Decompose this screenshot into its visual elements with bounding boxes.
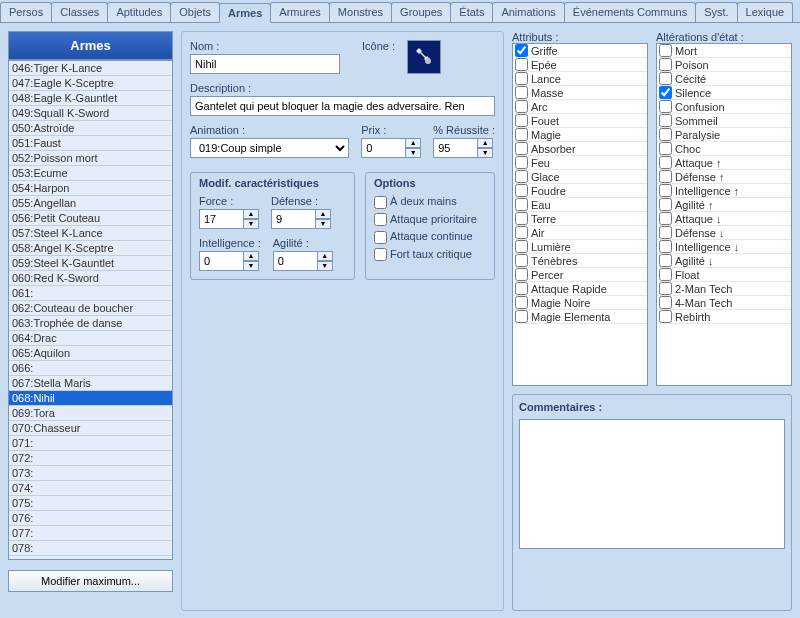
list-item[interactable]: Percer [513,268,647,282]
weapon-list[interactable]: 046:Tiger K-Lance047:Eagle K-Sceptre048:… [8,60,173,560]
spin-up[interactable]: ▲ [477,138,493,148]
list-item[interactable]: Feu [513,156,647,170]
list-item[interactable]: Lance [513,72,647,86]
modify-max-button[interactable]: Modifier maximum... [8,570,173,592]
intelligence-input[interactable] [199,251,243,271]
weapon-item[interactable]: 047:Eagle K-Sceptre [9,76,172,91]
list-item[interactable]: 2-Man Tech [657,282,791,296]
list-item[interactable]: Float [657,268,791,282]
force-input[interactable] [199,209,243,229]
tab-animations[interactable]: Animations [492,2,564,22]
weapon-item[interactable]: 072: [9,451,172,466]
list-item[interactable]: Glace [513,170,647,184]
weapon-item[interactable]: 058:Angel K-Sceptre [9,241,172,256]
weapon-item[interactable]: 071: [9,436,172,451]
list-item[interactable]: Air [513,226,647,240]
comments-textarea[interactable] [519,419,785,549]
list-item[interactable]: Intelligence ↓ [657,240,791,254]
weapon-item[interactable]: 054:Harpon [9,181,172,196]
list-item[interactable]: Masse [513,86,647,100]
weapon-item[interactable]: 050:Astroïde [9,121,172,136]
tab-événements communs[interactable]: Événements Communs [564,2,696,22]
list-item[interactable]: Terre [513,212,647,226]
description-input[interactable] [190,96,495,116]
weapon-item[interactable]: 049:Squall K-Sword [9,106,172,121]
weapon-item[interactable]: 066: [9,361,172,376]
list-item[interactable]: Choc [657,142,791,156]
spin-up[interactable]: ▲ [243,209,259,219]
weapon-icon[interactable] [407,40,441,74]
spin-up[interactable]: ▲ [315,209,331,219]
weapon-item[interactable]: 078: [9,541,172,556]
opt-crit[interactable]: Fort taux critique [374,248,486,262]
list-item[interactable]: Défense ↑ [657,170,791,184]
tab-lexique[interactable]: Lexique [737,2,794,22]
tab-monstres[interactable]: Monstres [329,2,392,22]
weapon-item[interactable]: 062:Couteau de boucher [9,301,172,316]
tab-aptitudes[interactable]: Aptitudes [107,2,171,22]
weapon-item[interactable]: 074: [9,481,172,496]
weapon-item[interactable]: 077: [9,526,172,541]
list-item[interactable]: Mort [657,44,791,58]
weapon-item[interactable]: 065:Aquilon [9,346,172,361]
weapon-item[interactable]: 056:Petit Couteau [9,211,172,226]
list-item[interactable]: Intelligence ↑ [657,184,791,198]
weapon-item[interactable]: 070:Chasseur [9,421,172,436]
weapon-item[interactable]: 069:Tora [9,406,172,421]
alterations-list[interactable]: MortPoisonCécitéSilenceConfusionSommeilP… [656,43,792,386]
list-item[interactable]: Attaque ↑ [657,156,791,170]
tab-armes[interactable]: Armes [219,3,271,23]
weapon-item[interactable]: 057:Steel K-Lance [9,226,172,241]
defense-input[interactable] [271,209,315,229]
list-item[interactable]: Magie Noire [513,296,647,310]
list-item[interactable]: Agilité ↓ [657,254,791,268]
tab-états[interactable]: États [450,2,493,22]
list-item[interactable]: Défense ↓ [657,226,791,240]
spin-up[interactable]: ▲ [317,251,333,261]
tab-syst.[interactable]: Syst. [695,2,737,22]
weapon-item[interactable]: 067:Stella Maris [9,376,172,391]
opt-atq-cont[interactable]: Attaque continue [374,230,486,244]
weapon-item[interactable]: 076: [9,511,172,526]
tab-groupes[interactable]: Groupes [391,2,451,22]
list-item[interactable]: Foudre [513,184,647,198]
list-item[interactable]: Absorber [513,142,647,156]
animation-select[interactable]: 019:Coup simple [190,138,349,158]
opt-atq-prio[interactable]: Attaque prioritaire [374,213,486,227]
list-item[interactable]: Cécité [657,72,791,86]
tab-persos[interactable]: Persos [0,2,52,22]
list-item[interactable]: Magie Elementa [513,310,647,324]
list-item[interactable]: Lumière [513,240,647,254]
weapon-item[interactable]: 052:Poisson mort [9,151,172,166]
list-item[interactable]: Agilité ↑ [657,198,791,212]
attributs-list[interactable]: GriffeEpéeLanceMasseArcFouetMagieAbsorbe… [512,43,648,386]
list-item[interactable]: 4-Man Tech [657,296,791,310]
weapon-item[interactable]: 059:Steel K-Gauntlet [9,256,172,271]
list-item[interactable]: Griffe [513,44,647,58]
spin-up[interactable]: ▲ [405,138,421,148]
weapon-item[interactable]: 068:Nihil [9,391,172,406]
spin-down[interactable]: ▼ [243,261,259,271]
list-item[interactable]: Rebirth [657,310,791,324]
list-item[interactable]: Magie [513,128,647,142]
prix-input[interactable] [361,138,405,158]
list-item[interactable]: Sommeil [657,114,791,128]
weapon-item[interactable]: 053:Ecume [9,166,172,181]
list-item[interactable]: Paralysie [657,128,791,142]
weapon-item[interactable]: 061: [9,286,172,301]
weapon-item[interactable]: 063:Trophée de danse [9,316,172,331]
spin-down[interactable]: ▼ [317,261,333,271]
weapon-item[interactable]: 046:Tiger K-Lance [9,61,172,76]
weapon-item[interactable]: 048:Eagle K-Gauntlet [9,91,172,106]
weapon-item[interactable]: 055:Angellan [9,196,172,211]
weapon-item[interactable]: 060:Red K-Sword [9,271,172,286]
list-item[interactable]: Arc [513,100,647,114]
list-item[interactable]: Poison [657,58,791,72]
weapon-item[interactable]: 051:Faust [9,136,172,151]
spin-down[interactable]: ▼ [477,148,493,158]
list-item[interactable]: Eau [513,198,647,212]
spin-up[interactable]: ▲ [243,251,259,261]
agilite-input[interactable] [273,251,317,271]
list-item[interactable]: Epée [513,58,647,72]
weapon-item[interactable]: 079: [9,556,172,560]
